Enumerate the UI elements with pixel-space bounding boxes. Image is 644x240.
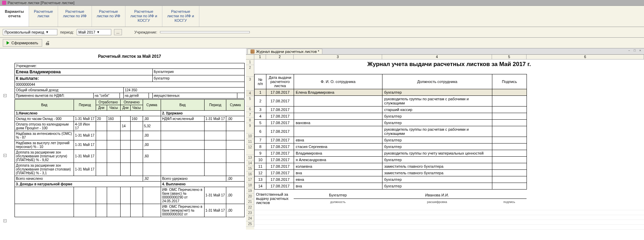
period-select[interactable]: Май 2017 ▼: [77, 29, 111, 35]
h-days2: Дни: [121, 105, 130, 110]
row-numbers: 12 3 4 5 678 9 1011 12 131415 161718 192…: [246, 59, 254, 230]
slip-total-row: Всего начислено,92 Всего удержано,00: [15, 176, 245, 181]
slip-position: бухгалтер: [152, 75, 244, 82]
h-num: № п/п: [255, 74, 266, 89]
h-sum2: Сумма: [226, 99, 245, 110]
journal-tab-title: Журнал выдачи расчетных листов *: [256, 49, 319, 54]
h-kind: Вид: [15, 99, 74, 110]
play-icon: [7, 41, 9, 45]
period-mode-select[interactable]: Произвольный период ▼: [3, 29, 57, 35]
table-row[interactable]: 1317.08.2017 евнабухгалтер: [255, 176, 527, 183]
h-fio: Ф. И. О. сотрудника: [294, 74, 382, 89]
slip-org: Учреждение:: [15, 63, 245, 68]
org-label: Учреждение:: [134, 30, 157, 34]
table-row[interactable]: 817.08.2017 стасия Сергеевнабухгалтер: [255, 143, 527, 150]
slip-dept: Бухгалтерия: [152, 68, 244, 75]
ded-prop: имущественных: [152, 93, 237, 98]
sec-natural: 3. Доходы в натуральной форме: [15, 181, 161, 187]
sheet-icon: [250, 49, 255, 54]
ded-label: Применено вычетов по НДФЛ:: [15, 93, 94, 98]
print-icon[interactable]: 🖨: [45, 40, 50, 46]
slip-title: Расчетный листок за Май 2017: [15, 54, 245, 59]
ded-self: на "себя": [94, 93, 120, 98]
table-row[interactable]: 1017.08.2017 я Александровнабухгалтер: [255, 156, 527, 163]
period-value: Май 2017: [78, 30, 95, 34]
table-row[interactable]: 917.08.2017 Владимировнаруководитель гру…: [255, 150, 527, 156]
h-days: Дни: [96, 105, 107, 110]
tree-collapse-3[interactable]: −: [3, 219, 7, 222]
slip-row: Оклад по часам Оклад - 0001-31 Май 17 20…: [15, 116, 245, 121]
sec-accrued: 1.Начислено: [15, 110, 161, 116]
app-icon: [2, 1, 6, 5]
journal-tab[interactable]: Журнал выдачи расчетных листов *: [247, 49, 322, 54]
report-tabs: Варианты отчета Расчетные листки Расчетн…: [0, 6, 644, 27]
minimize-icon[interactable]: −: [627, 49, 632, 54]
period-picker-button[interactable]: ...: [114, 29, 122, 35]
chevron-down-icon: ▼: [97, 30, 100, 34]
h-hours: Часы: [107, 105, 121, 110]
sec-withheld: 2. Удержано: [161, 110, 245, 116]
resp-pos: Бухгалтер: [294, 192, 382, 199]
window-title: Расчетные листки [Расчетные листки]: [8, 1, 75, 5]
table-row[interactable]: 617.08.2017руководитель группы по расчет…: [255, 126, 527, 137]
generate-button[interactable]: Сформировать: [3, 39, 42, 47]
table-row[interactable]: 717.08.2017 евнабухгалтер: [255, 137, 527, 143]
slip-row: Надбавка за интенсивность (ОМС) % - 871-…: [15, 131, 245, 140]
period-mode-value: Произвольный период: [4, 30, 44, 34]
tree-collapse-1[interactable]: −: [3, 94, 7, 97]
h-period: Период: [74, 99, 96, 110]
tab-slips-if-1[interactable]: Расчетные листки по ИФ: [58, 6, 92, 27]
filter-toolbar: Произвольный период ▼ период: Май 2017 ▼…: [0, 27, 644, 38]
ded-children: на детей: [123, 93, 149, 98]
h-hours2: Часы: [130, 105, 143, 110]
tab-slips-if-kosgu-1[interactable]: Расчетные листки по ИФ и КОСГУ: [125, 6, 162, 27]
close-icon[interactable]: ×: [638, 49, 643, 54]
slip-panel: − − − Расчетный листок за Май 2017 Учреж…: [0, 48, 246, 240]
table-row[interactable]: 417.08.2017бухгалтер: [255, 113, 527, 119]
table-row[interactable]: 217.08.2017руководитель группы по расчет…: [255, 95, 527, 106]
table-row[interactable]: 117.08.2017 Елена Владимировнабухгалтер: [255, 89, 527, 95]
slip-row: ИФ: ОМС Перечислено в банк (аванс) № 000…: [15, 187, 245, 204]
journal-title: Журнал учета выдачи расчетных листков за…: [254, 59, 644, 69]
table-row[interactable]: 1217.08.2017 вназаместитель главного бух…: [255, 169, 527, 176]
journal-table: № п/п Дата выдачи расчетного листка Ф. И…: [254, 74, 527, 190]
tax-income-val: 124 350: [123, 87, 244, 93]
tab-slips-if-2[interactable]: Расчетные листки по ИФ: [92, 6, 126, 27]
h-sign: Подпись: [492, 74, 527, 89]
slip-row: Надбавка за выслугу лет (прочий персонал…: [15, 140, 245, 149]
signature-block: Ответственный за выдачу расчетных листко…: [254, 192, 527, 205]
column-headers: 1 2 3 4 5 6: [246, 55, 644, 59]
journal-panel: Журнал выдачи расчетных листов * − □ × 1…: [246, 48, 644, 240]
slip-row: Доплата за расширение зон обслуживания (…: [15, 149, 245, 163]
h-paid: Оплачено: [121, 99, 143, 105]
h-sum: Сумма: [143, 99, 161, 110]
h-kind2: Вид: [161, 99, 204, 110]
slip-code: 0000000044: [15, 82, 245, 87]
table-row[interactable]: 517.08.2017 вановнабухгалтер: [255, 119, 527, 126]
resp-label: Ответственный за выдачу расчетных листко…: [254, 192, 294, 205]
tab-slips-if-kosgu-2[interactable]: Расчетные листки по ИФ и КОСГУ: [162, 6, 199, 27]
slip-row: Доплата за расширение зон обслуживания (…: [15, 163, 245, 176]
tree-collapse-2[interactable]: −: [3, 154, 7, 157]
tab-variants[interactable]: Варианты отчета: [0, 6, 29, 27]
period-label: период:: [60, 30, 74, 34]
maximize-icon[interactable]: □: [632, 49, 637, 54]
table-row[interactable]: 317.08.2017старший кассир: [255, 106, 527, 113]
slip-employee-name: Елена Владимировна: [15, 68, 153, 75]
window-titlebar: Расчетные листки [Расчетные листки]: [0, 0, 644, 6]
table-row[interactable]: 1417.08.2017 внабухгалтер: [255, 183, 527, 189]
chevron-down-icon: ▼: [46, 30, 49, 34]
h-date: Дата выдачи расчетного листка: [266, 74, 294, 89]
slip-row: Оплата отпуска по календарным дням Проце…: [15, 121, 245, 131]
slip-row: ИФ: ОМС Перечислено в банк (межрасчет) №…: [15, 204, 245, 217]
h-worked: Отработано: [96, 99, 120, 105]
resp-name: Иванова И.И.: [382, 192, 492, 199]
slip-payout: К выплате:: [15, 75, 153, 82]
org-select[interactable]: [160, 31, 250, 33]
tax-income-label: Общий облагаемый доход:: [15, 87, 124, 93]
table-row[interactable]: 1117.08.2017 колаевназаместитель главног…: [255, 163, 527, 169]
h-period2: Период: [204, 99, 226, 110]
sec-paid: 4. Выплачено: [161, 181, 245, 187]
tab-slips[interactable]: Расчетные листки: [29, 6, 58, 27]
h-pos: Должность сотрудника: [382, 74, 492, 89]
